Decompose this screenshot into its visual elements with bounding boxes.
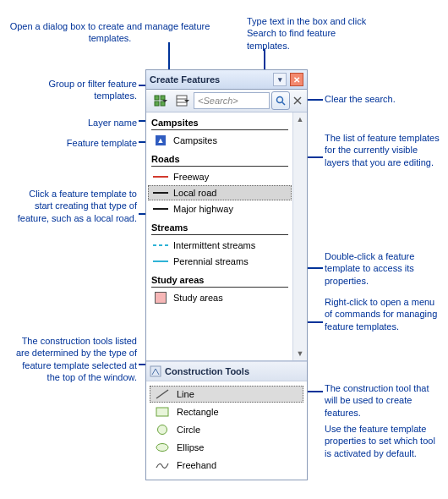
svg-line-12: [156, 390, 168, 398]
layer-header: Study areas: [146, 270, 293, 289]
scroll-down[interactable]: ▼: [293, 347, 307, 360]
svg-rect-0: [155, 96, 159, 100]
search-input[interactable]: <Search>: [194, 92, 270, 109]
panel-title: Create Features: [150, 74, 220, 85]
dropdown-button[interactable]: ▾: [273, 73, 287, 86]
callout-doubleclick: Double-click a feature template to acces…: [325, 250, 443, 287]
clear-icon: [293, 96, 302, 105]
template-label: Major highway: [173, 204, 233, 214]
feature-template-item[interactable]: ▲Campsites: [148, 133, 292, 148]
svg-rect-11: [150, 366, 161, 376]
tool-label: Rectangle: [177, 407, 219, 417]
clear-search-button[interactable]: [292, 95, 303, 107]
tool-label: Circle: [177, 425, 200, 435]
callout-manage: Open a dialog box to create and manage f…: [0, 20, 220, 45]
create-features-panel: Create Features ▾ ✕ <Search> Campsites▲C…: [145, 69, 308, 480]
tools-icon: [150, 365, 161, 377]
line-tool-icon: [155, 388, 170, 400]
construction-tool-item[interactable]: Line: [150, 386, 303, 403]
feature-template-item[interactable]: Intermittent streams: [148, 238, 292, 253]
layer-header: Streams: [146, 217, 293, 237]
callout-default-tool: Use the feature template properties to s…: [325, 423, 443, 459]
ellipse-tool-icon: [155, 441, 170, 453]
tool-label: Freehand: [177, 460, 216, 470]
tool-label: Line: [177, 389, 194, 399]
tool-label: Ellipse: [177, 442, 204, 452]
callout-search: Type text in the box and click Search to…: [247, 15, 374, 52]
group-icon: [154, 95, 166, 107]
template-list: Campsites▲CampsitesRoadsFreewayLocal roa…: [146, 112, 307, 361]
manage-icon: [176, 95, 188, 107]
callout-construction-depends: The construction tools listed are determ…: [10, 335, 137, 383]
titlebar[interactable]: Create Features ▾ ✕: [146, 70, 307, 90]
layer-header: Campsites: [146, 112, 293, 132]
template-label: Study areas: [173, 293, 223, 303]
callout-layer-name: Layer name: [10, 117, 137, 129]
callout-rightclick: Right-click to open a menu of commands f…: [325, 296, 443, 332]
svg-rect-2: [155, 101, 159, 106]
construction-tool-item[interactable]: Freehand: [150, 457, 303, 474]
svg-rect-3: [161, 101, 165, 106]
construction-tools-title: Construction Tools: [165, 366, 249, 376]
callout-list: The list of feature templates for the cu…: [325, 132, 443, 168]
search-button[interactable]: [271, 91, 290, 110]
feature-template-item[interactable]: Perennial streams: [148, 254, 292, 269]
group-filter-button[interactable]: [150, 91, 170, 110]
svg-rect-1: [161, 96, 165, 100]
manage-templates-button[interactable]: [172, 91, 192, 110]
callout-click-template: Click a feature template to start creati…: [10, 188, 137, 224]
construction-tool-item[interactable]: Rectangle: [150, 403, 303, 420]
close-button[interactable]: ✕: [290, 73, 303, 86]
feature-template-item[interactable]: Study areas: [148, 290, 292, 305]
free-tool-icon: [155, 459, 170, 471]
callout-clear: Clear the search.: [325, 93, 443, 105]
search-icon: [276, 96, 286, 106]
feature-template-item[interactable]: Major highway: [148, 201, 292, 217]
template-label: Freeway: [173, 172, 209, 182]
circle-tool-icon: [155, 424, 170, 436]
feature-template-item[interactable]: Local road: [148, 185, 292, 200]
construction-tools-header[interactable]: Construction Tools: [146, 361, 307, 381]
svg-point-7: [277, 97, 283, 103]
svg-rect-13: [156, 408, 168, 416]
callout-feature-template: Feature template: [10, 137, 137, 149]
layer-header: Roads: [146, 149, 293, 168]
scroll-up[interactable]: ▲: [293, 112, 307, 126]
construction-tool-item[interactable]: Ellipse: [150, 439, 303, 456]
template-label: Perennial streams: [173, 256, 249, 266]
scrollbar[interactable]: ▲ ▼: [292, 112, 307, 360]
svg-line-8: [282, 102, 285, 105]
construction-tool-item[interactable]: Circle: [150, 421, 303, 438]
svg-point-15: [156, 444, 168, 452]
svg-point-14: [158, 425, 167, 435]
svg-rect-4: [177, 96, 187, 106]
template-label: Local road: [173, 188, 216, 198]
construction-tools-list: LineRectangleCircleEllipseFreehand: [146, 381, 307, 480]
callout-group: Group or filter feature templates.: [10, 78, 137, 102]
toolbar: <Search>: [146, 90, 307, 112]
callout-construction-tool: The construction tool that will be used …: [325, 382, 443, 419]
feature-template-item[interactable]: Freeway: [148, 169, 292, 184]
rect-tool-icon: [155, 406, 170, 418]
template-label: Intermittent streams: [173, 240, 255, 250]
template-label: Campsites: [173, 135, 217, 145]
